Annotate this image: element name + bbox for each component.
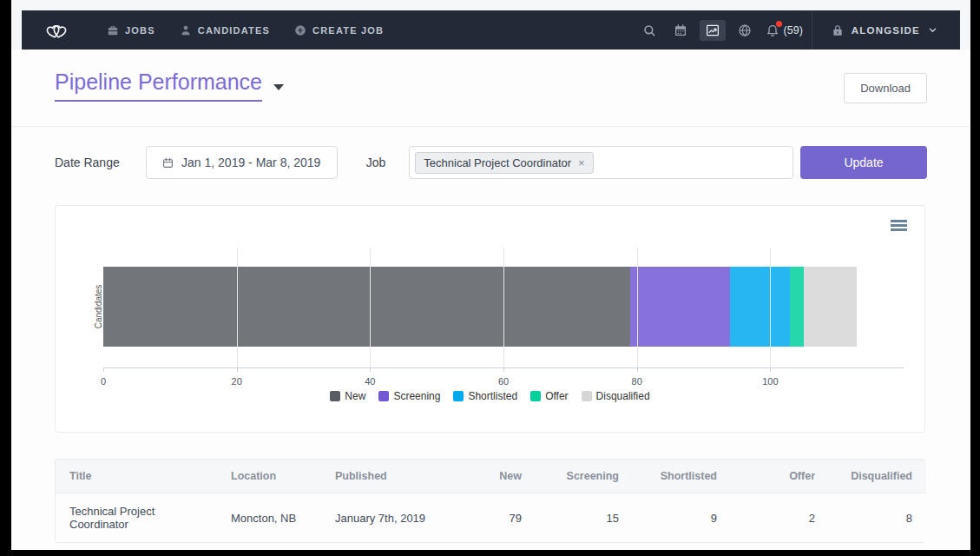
nav-item-create-job[interactable]: CREATE JOB [282,24,396,36]
chart-panel: Candidates 020406080100 NewScreeningShor… [55,205,925,433]
gridline [370,248,371,368]
axis-tick [237,368,238,372]
bar-segment-disqualified [804,267,857,347]
alongside-hearts-logo[interactable] [41,18,72,42]
legend-swatch [582,391,592,401]
navbar-right: (59) ALONGSIDE [634,10,960,50]
legend-swatch [330,391,340,401]
column-header-location: Location [217,460,321,493]
legend-item-offer[interactable]: Offer [530,390,568,402]
x-axis-line [103,367,904,368]
notification-count: (59) [784,24,803,36]
table-cell-shortlisted: 9 [633,493,731,543]
legend-label: Shortlisted [468,390,517,402]
calendar-small-icon [162,157,174,169]
column-header-offer: Offer [731,460,829,493]
column-header-disqualified: Disqualified [829,460,926,493]
column-header-screening: Screening [536,460,633,493]
account-label: ALONGSIDE [852,25,920,36]
notifications-button[interactable]: (59) [760,10,812,50]
table-cell-location: Moncton, NB [217,493,321,543]
column-header-new: New [455,460,536,493]
job-tag: Technical Project Coordinator × [415,152,593,174]
nav-item-label: CANDIDATES [198,25,270,36]
main-content: Candidates 020406080100 NewScreeningShor… [11,198,970,543]
legend-item-screening[interactable]: Screening [378,390,440,402]
job-label: Job [366,156,386,169]
x-tick-label: 0 [101,376,106,387]
nav-item-label: JOBS [125,25,155,36]
bar-segment-screening [630,267,730,347]
legend-label: Offer [545,390,568,402]
column-header-published: Published [321,460,455,493]
briefcase-icon [107,24,119,36]
plot-area: 020406080100 [103,248,904,368]
gridline [770,248,771,368]
nav-item-jobs[interactable]: JOBS [95,24,168,36]
nav-item-candidates[interactable]: CANDIDATES [168,24,282,36]
job-input[interactable]: Technical Project Coordinator × [409,146,793,179]
filters-bar: Date Range Jan 1, 2019 - Mar 8, 2019 Job… [11,126,970,198]
results-table: TitleLocationPublishedNewScreeningShortl… [55,459,925,543]
axis-tick [770,368,771,372]
y-axis-label: Candidates [94,285,103,329]
globe-icon[interactable] [729,10,760,50]
legend-item-new[interactable]: New [330,390,365,402]
job-tag-label: Technical Project Coordinator [424,156,571,169]
date-range-input[interactable]: Jan 1, 2019 - Mar 8, 2019 [146,146,338,179]
gridline [503,248,504,368]
chart-legend: NewScreeningShortlistedOfferDisqualified [56,390,924,402]
date-range-value: Jan 1, 2019 - Mar 8, 2019 [181,156,320,169]
table-header-row: TitleLocationPublishedNewScreeningShortl… [56,460,926,493]
lock-icon [832,24,844,36]
axis-tick [370,368,371,372]
chart-menu-icon[interactable] [891,220,907,233]
search-icon[interactable] [634,10,665,50]
legend-swatch [453,391,464,401]
x-tick-label: 100 [762,376,778,387]
legend-label: Screening [393,390,440,402]
table-cell-disqualified: 8 [829,493,926,543]
top-band: JOBS CANDIDATES CREATE JOB [11,0,970,50]
page-title[interactable]: Pipeline Performance [55,70,262,102]
bell-icon [766,23,779,37]
bar-segment-shortlisted [730,267,790,347]
bar-segment-offer [790,267,803,347]
bar-segment-new [103,267,630,347]
notification-dot [776,21,782,27]
page: JOBS CANDIDATES CREATE JOB [11,0,970,550]
remove-tag-icon[interactable]: × [578,157,585,169]
plus-circle-icon [294,24,306,36]
legend-label: New [345,390,365,402]
table-cell-title: Technical Project Coordinator [56,493,217,543]
title-caret-icon[interactable] [273,84,284,90]
table-cell-published: January 7th, 2019 [321,493,455,543]
legend-item-shortlisted[interactable]: Shortlisted [453,390,517,402]
table-cell-new: 79 [455,493,536,543]
table-cell-screening: 15 [536,493,633,543]
legend-item-disqualified[interactable]: Disqualified [582,390,650,402]
x-tick-label: 20 [232,376,242,387]
chart-icon-active-background [700,20,726,41]
legend-label: Disqualified [596,390,650,402]
axis-tick [503,368,504,372]
column-header-shortlisted: Shortlisted [633,460,731,493]
calendar-icon[interactable] [665,10,696,50]
update-button[interactable]: Update [800,146,927,179]
download-button[interactable]: Download [844,73,927,103]
date-range-label: Date Range [55,156,120,169]
table-cell-offer: 2 [731,493,829,543]
account-menu[interactable]: ALONGSIDE [812,10,960,50]
navbar-left: JOBS CANDIDATES CREATE JOB [22,10,396,50]
table-body: Technical Project CoordinatorMoncton, NB… [56,493,926,543]
chevron-down-icon [928,25,937,35]
title-row: Pipeline Performance Download [11,50,970,126]
column-header-title: Title [56,460,217,493]
legend-swatch [530,391,541,401]
chart-icon[interactable] [696,10,729,50]
gridline [237,248,238,368]
navbar: JOBS CANDIDATES CREATE JOB [22,10,960,50]
table-row: Technical Project CoordinatorMoncton, NB… [56,493,926,543]
nav-item-label: CREATE JOB [312,25,384,36]
axis-tick [637,368,638,372]
